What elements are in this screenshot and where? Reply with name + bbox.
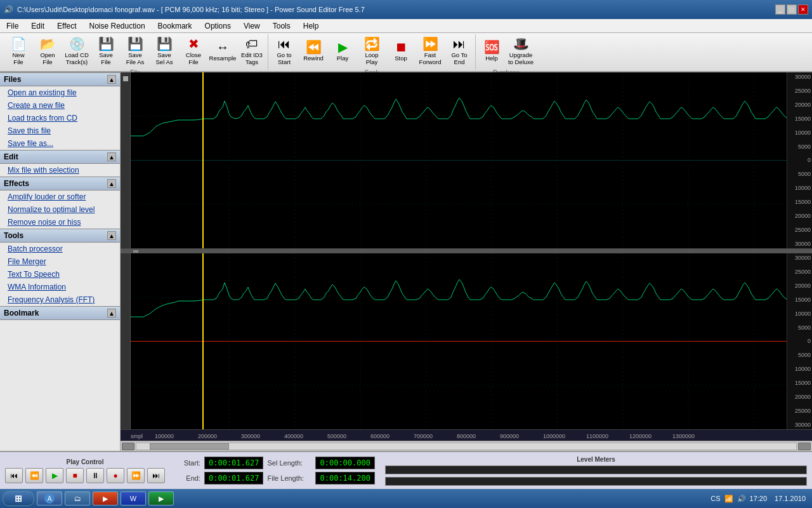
menu-effect[interactable]: Effect [51,20,82,32]
sidebar-tools-items: Batch processor File Merger Text To Spee… [0,243,120,306]
edit-id3-icon: 🏷 [246,37,258,50]
maximize-button[interactable]: □ [787,4,797,15]
taskbar-app-arrow2[interactable]: ▶ [148,491,174,505]
menu-noise-reduction[interactable]: Noise Reduction [83,20,152,32]
sidebar-item-create-new[interactable]: Create a new file [0,99,120,112]
files-collapse-icon[interactable]: ▲ [107,75,116,84]
toolbar-purchase-btns: 🆘 Help 🎩 Upgradeto Deluxe [477,34,535,69]
transport-pause[interactable]: ⏸ [86,468,104,483]
sidebar-item-fft[interactable]: Frequency Analysis (FFT) [0,293,120,306]
transport-record[interactable]: ● [107,468,124,483]
menu-bookmark[interactable]: Bookmark [152,20,199,32]
minimize-button[interactable]: _ [775,4,785,15]
menu-view[interactable]: View [237,20,266,32]
sidebar-item-open-existing[interactable]: Open an existing file [0,86,120,99]
goto-end-button[interactable]: ⏭ Go ToEnd [445,34,474,69]
loop-play-button[interactable]: 🔁 LoopPlay [357,34,386,69]
transport-stop[interactable]: ■ [66,468,84,483]
open-file-button[interactable]: 📂 OpenFile [33,34,62,69]
transport-play[interactable]: ▶ [46,468,63,483]
effects-collapse-icon[interactable]: ▲ [107,179,116,188]
new-file-button[interactable]: 📄 NewFile [4,34,33,69]
menu-options[interactable]: Options [199,20,237,32]
sidebar-edit-header[interactable]: Edit ▲ [0,150,120,164]
stop-icon: ⏹ [395,41,407,53]
menu-tools[interactable]: Tools [266,20,297,32]
sidebar-files-header[interactable]: Files ▲ [0,72,120,86]
time-section: Start: 0:00:01.627 Sel Length: 0:00:00.0… [175,457,375,485]
sidebar-item-amplify[interactable]: Amplify louder or softer [0,190,120,203]
rewind-button[interactable]: ⏪ Rewind [299,34,328,69]
transport-fast-forward[interactable]: ⏩ [127,468,145,483]
load-cd-button[interactable]: 💿 Load CDTrack(s) [62,34,91,69]
upgrade-button[interactable]: 🎩 Upgradeto Deluxe [506,34,535,69]
play-button[interactable]: ▶ Play [328,34,357,69]
taskbar-app-arrow[interactable]: A [37,491,62,505]
toolbar-file-btns: 📄 NewFile 📂 OpenFile 💿 Load CDTrack(s) 💾… [4,34,266,69]
track1-waveform[interactable] [131,72,787,248]
save-sel-as-button[interactable]: 💾 SaveSel As [150,34,179,69]
sidebar-item-batch[interactable]: Batch processor [0,243,120,255]
track2-waveform[interactable] [131,253,787,429]
sidebar-item-mix-file[interactable]: Mix file with selection [0,164,120,177]
transport-goto-end[interactable]: ⏭ [147,468,165,483]
bookmark-collapse-icon[interactable]: ▲ [107,309,116,318]
resample-button[interactable]: ↔ Resample [208,34,237,69]
save-file-button[interactable]: 💾 SaveFile [91,34,121,69]
load-cd-icon: 💿 [69,37,85,50]
track-separator[interactable] [121,249,812,253]
scale2-n10000: 10000 [789,366,811,372]
goto-start-button[interactable]: ⏮ Go toStart [270,34,299,69]
help-button[interactable]: 🆘 Help [477,34,506,69]
scale2-n25000: 25000 [789,408,811,414]
sidebar-item-save-this[interactable]: Save this file [0,124,120,137]
sidebar-effects-header[interactable]: Effects ▲ [0,177,120,190]
new-file-icon: 📄 [11,37,27,50]
sidebar-item-normalize[interactable]: Normalize to optimal level [0,203,120,216]
play-icon: ▶ [338,41,348,53]
sidebar-bookmark-header[interactable]: Boolmark ▲ [0,306,120,320]
upgrade-icon: 🎩 [513,37,529,50]
scale1-n15000: 15000 [789,199,811,205]
sidebar-item-remove-noise[interactable]: Remove noise or hiss [0,216,120,229]
hscroll-right-btn[interactable] [798,443,811,450]
hscroll-left-btn[interactable] [122,443,134,450]
sidebar-item-load-cd[interactable]: Load tracks from CD [0,112,120,124]
close-file-button[interactable]: ✖ CloseFile [179,34,208,69]
menu-file[interactable]: File [0,20,25,32]
hscroll-thumb[interactable] [150,443,229,450]
sidebar-item-file-merger[interactable]: File Merger [0,255,120,268]
taskbar-app-word[interactable]: W [121,491,146,505]
fast-forward-button[interactable]: ⏩ FastForword [416,34,445,69]
sidebar-tools-header[interactable]: Tools ▲ [0,229,120,243]
start-button[interactable]: ⊞ [3,491,34,506]
sidebar-item-tts[interactable]: Text To Speech [0,268,120,281]
taskbar-app-media[interactable]: ▶ [93,491,118,505]
close-button[interactable]: ✕ [798,4,808,15]
menu-help[interactable]: Help [297,20,325,32]
play-control-section: Play Control ⏮ ⏪ ▶ ■ ⏸ ● ⏩ ⏭ [5,458,165,483]
track1-container: 30000 25000 20000 15000 10000 5000 0 500… [121,72,812,249]
edit-collapse-icon[interactable]: ▲ [107,152,116,161]
transport-rewind[interactable]: ⏪ [25,468,43,483]
hscroll-track[interactable] [136,443,797,450]
level-section: Level Meters [385,456,807,486]
edit-id3-button[interactable]: 🏷 Edit ID3Tags [237,34,266,69]
timeline-smpl: smpl [131,433,155,439]
track1-scroll-thumb[interactable] [123,76,128,81]
transport-goto-start[interactable]: ⏮ [5,468,23,483]
sidebar-item-wma-info[interactable]: WMA Information [0,281,120,293]
save-file-as-button[interactable]: 💾 SaveFile As [121,34,150,69]
hscrollbar[interactable] [121,441,812,451]
sidebar-item-save-as[interactable]: Save file as... [0,137,120,150]
tools-collapse-icon[interactable]: ▲ [107,231,116,240]
scale2-30000: 30000 [789,255,811,261]
tray-volume-icon: 🔊 [737,495,746,503]
menu-edit[interactable]: Edit [25,20,51,32]
taskbar-sys-tray: CS 📶 🔊 17:20 17.1.2010 [707,495,809,503]
resample-icon: ↔ [216,41,229,53]
scale2-n5000: 5000 [789,352,811,358]
stop-button[interactable]: ⏹ Stop [386,34,416,69]
timeline-600k: 600000 [370,433,414,439]
taskbar-app-folder[interactable]: 🗂 [65,491,90,505]
